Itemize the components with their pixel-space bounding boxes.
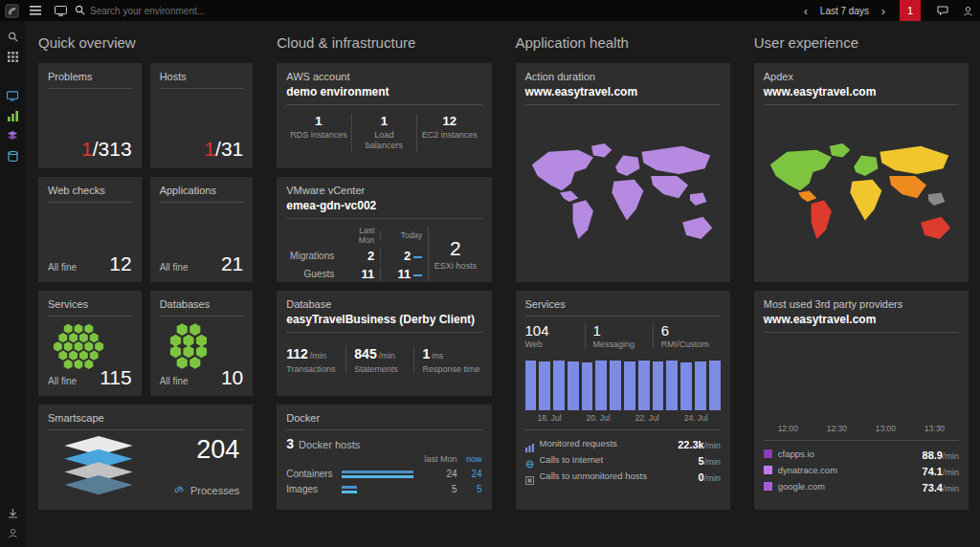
environment-search	[75, 2, 310, 19]
sidebar-apps-grid-icon[interactable]	[0, 47, 25, 67]
service-requests-x-axis: 18. Jul 20. Jul 22. Jul 24. Jul	[525, 413, 721, 423]
esxi-hosts-label: ESXi hosts	[434, 261, 477, 271]
asia_north-region	[880, 146, 948, 174]
aws-account-name: demo environment	[286, 85, 481, 98]
hosts-total: /31	[215, 138, 243, 160]
tile-title: VMware vCenter	[286, 185, 481, 196]
action-duration-world-map	[525, 111, 721, 274]
tile-app-services[interactable]: Services 104Web 1Messaging 6RMI/Custom 1…	[516, 291, 730, 510]
tile-title: Applications	[160, 185, 244, 196]
vmware-col-last-mon: Last Mon	[342, 226, 380, 245]
tile-web-checks[interactable]: Web checks All fine 12	[38, 177, 142, 282]
guests-last-mon: 11	[342, 267, 380, 281]
south_america-region	[811, 200, 831, 239]
central_america-region	[798, 191, 816, 203]
internet-calls-icon	[525, 455, 534, 464]
tile-action-duration[interactable]: Action duration www.easytravel.com	[516, 63, 730, 282]
tile-problems[interactable]: Problems 1/313	[38, 63, 142, 168]
australia-region	[682, 217, 712, 239]
tile-applications[interactable]: Applications All fine 21	[150, 177, 254, 282]
tile-third-party-providers[interactable]: Most used 3rd party providers www.easytr…	[754, 291, 969, 510]
third-party-legend: cfapps.io 88.9/min dynatrace.com 74.1/mi…	[764, 446, 959, 494]
service-requests-chart	[525, 359, 721, 410]
tile-title: Database	[286, 298, 481, 310]
sidebar-monitoring-icon[interactable]	[0, 86, 25, 106]
sidebar-database-icon[interactable]	[0, 146, 25, 166]
section-title-app-health: Application health	[516, 34, 730, 52]
hosts-problem-count: 1	[204, 138, 215, 160]
time-range-selector[interactable]: Last 7 days	[814, 0, 875, 21]
section-title-cloud: Cloud & infrastructure	[277, 34, 491, 52]
legend-row: Calls to unmonitored hosts 0/min	[525, 468, 721, 484]
services-metric-rmi: 6RMI/Custom	[653, 322, 721, 349]
problems-badge[interactable]: 1	[900, 0, 921, 21]
aws-metric-ec2: 12EC2 instances	[416, 114, 481, 152]
se_asia-region	[928, 192, 945, 206]
sidebar-deploy-icon[interactable]	[0, 503, 25, 523]
containers-now: 24	[457, 469, 482, 479]
section-title-user-experience: User experience	[754, 34, 969, 52]
north_america-region	[531, 150, 592, 191]
application-health-column: Application health Action duration www.e…	[516, 34, 730, 510]
chat-icon[interactable]	[930, 0, 955, 21]
provider-swatch-icon	[764, 482, 772, 491]
third-party-app: www.easytravel.com	[764, 313, 959, 326]
tile-databases[interactable]: Databases All fine 10	[150, 291, 254, 396]
services-count: 115	[100, 366, 131, 389]
dynatrace-logo[interactable]	[0, 0, 23, 21]
legend-row: Calls to Internet 5/min	[525, 451, 721, 468]
esxi-hosts-metric: 2 ESXi hosts	[428, 226, 481, 281]
third-party-x-axis: 12:00 12:30 13:00 13:30	[764, 424, 959, 433]
web-checks-status: All fine	[48, 262, 77, 273]
problems-value: 1/313	[81, 138, 132, 161]
sparkline	[413, 256, 422, 258]
vmware-table: Last Mon Today Migrations 2 2 Guests 11 …	[286, 226, 428, 281]
sidebar	[0, 21, 25, 547]
asia_south-region	[889, 176, 926, 198]
docker-hosts-metric: 3Docker hosts	[286, 436, 481, 451]
problems-total: /313	[93, 138, 132, 160]
sidebar-chart-icon[interactable]	[0, 106, 25, 126]
sidebar-smartscape-icon[interactable]	[0, 126, 25, 146]
tile-aws-account[interactable]: AWS account demo environment 1RDS instan…	[277, 63, 491, 168]
legend-row: google.com 73.4/min	[764, 478, 959, 494]
vmware-row-label: Migrations	[286, 251, 342, 261]
quick-overview-column: Quick overview Problems 1/313 Hosts 1/31…	[38, 34, 253, 510]
europe-region	[854, 156, 878, 176]
time-range-next-button[interactable]: ›	[875, 0, 892, 21]
dashboards-icon[interactable]	[48, 0, 73, 21]
images-last: 5	[423, 484, 457, 494]
search-input[interactable]	[90, 6, 310, 16]
user-menu-icon[interactable]	[955, 0, 980, 21]
tile-vmware-vcenter[interactable]: VMware vCenter emea-gdn-vc002 Last Mon T…	[277, 177, 491, 282]
tile-smartscape[interactable]: Smartscape 204 Processes	[38, 405, 253, 510]
europe-region	[615, 156, 639, 176]
services-metric-messaging: 1Messaging	[585, 322, 653, 349]
docker-row-label: Images	[286, 484, 342, 494]
hosts-value: 1/31	[204, 138, 243, 161]
tile-title: Services	[48, 298, 132, 310]
sidebar-user-icon[interactable]	[0, 523, 25, 543]
tile-hosts[interactable]: Hosts 1/31	[150, 63, 254, 168]
smartscape-layers-icon	[57, 435, 140, 496]
web-checks-count: 12	[109, 252, 131, 275]
time-range-prev-button[interactable]: ‹	[797, 0, 814, 21]
africa-region	[850, 180, 881, 221]
migrations-today: 2	[380, 249, 428, 263]
legend-row: cfapps.io 88.9/min	[764, 446, 959, 462]
db-metric-transactions: 112/minTransactions	[286, 345, 345, 374]
vmware-row-label: Guests	[286, 269, 342, 279]
search-icon	[75, 2, 85, 19]
tile-docker[interactable]: Docker 3Docker hosts last Mon now Contai…	[277, 405, 491, 510]
menu-icon[interactable]	[23, 0, 48, 21]
aws-metric-load-balancers: 1Load balancers	[351, 114, 416, 152]
sidebar-search-icon[interactable]	[0, 27, 25, 47]
tile-services[interactable]: Services All fine 115	[38, 291, 142, 396]
south_america-region	[572, 200, 592, 239]
tile-title: Problems	[48, 71, 132, 82]
tile-database[interactable]: Database easyTravelBusiness (Derby Clien…	[277, 291, 491, 396]
db-metric-response-time: 1msResponse time	[413, 345, 481, 374]
databases-hex-cluster-icon	[166, 321, 212, 375]
containers-last: 24	[423, 469, 457, 479]
tile-apdex[interactable]: Apdex www.easytravel.com	[754, 63, 969, 282]
